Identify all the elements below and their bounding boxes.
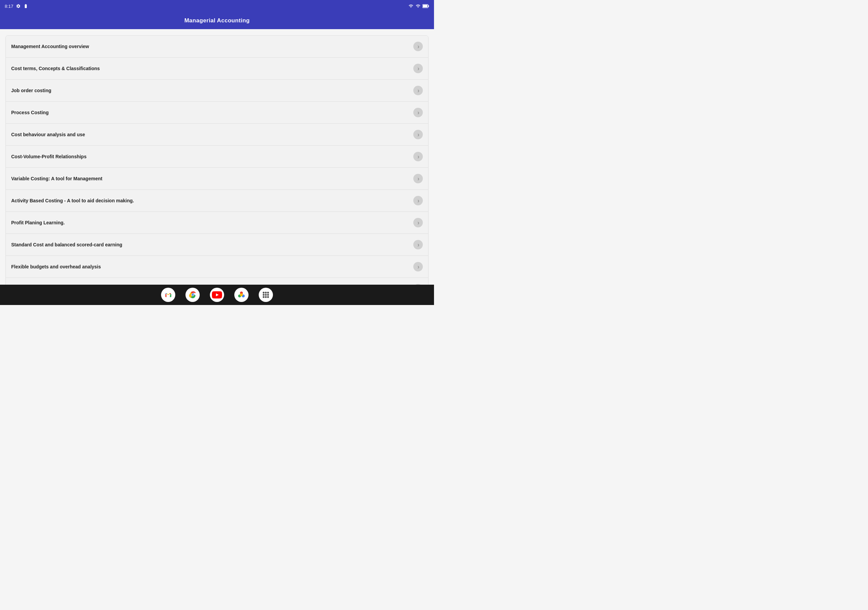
list-item[interactable]: Cost behaviour analysis and use	[6, 124, 428, 146]
chevron-right-icon	[413, 108, 423, 117]
menu-list: Management Accounting overviewCost terms…	[5, 35, 429, 285]
signal-icon	[416, 4, 420, 8]
chevron-right-icon	[413, 174, 423, 183]
list-item-label: Cost-Volume-Profit Relationships	[11, 154, 410, 159]
battery-icon	[423, 4, 429, 8]
chevron-right-icon	[413, 64, 423, 73]
list-item[interactable]: Activity Based Costing - A tool to aid d…	[6, 190, 428, 212]
chrome-app-icon[interactable]	[186, 288, 200, 302]
list-item[interactable]: Segment reporting and decentralization l…	[6, 278, 428, 285]
list-item[interactable]: Process Costing	[6, 102, 428, 124]
settings-icon	[16, 4, 21, 8]
svg-point-14	[263, 294, 265, 296]
svg-point-18	[265, 296, 267, 298]
list-item[interactable]: Management Accounting overview	[6, 36, 428, 57]
list-item[interactable]: Profit Planing Learning.	[6, 212, 428, 234]
photos-app-icon[interactable]	[234, 288, 248, 302]
list-item[interactable]: Cost-Volume-Profit Relationships	[6, 146, 428, 168]
list-item-label: Process Costing	[11, 110, 410, 115]
status-time: 8:17	[5, 4, 13, 9]
bottom-nav	[0, 285, 434, 305]
status-bar-right	[408, 4, 429, 8]
svg-point-15	[265, 294, 267, 296]
list-item[interactable]: Job order costing	[6, 80, 428, 102]
chevron-right-icon	[413, 196, 423, 205]
list-item[interactable]: Standard Cost and balanced scored-card e…	[6, 234, 428, 256]
list-item-label: Cost behaviour analysis and use	[11, 132, 410, 137]
wifi-icon	[408, 4, 414, 8]
svg-rect-2	[423, 5, 427, 8]
svg-point-13	[267, 292, 269, 294]
svg-rect-1	[428, 5, 429, 7]
status-bar-left: 8:17	[5, 4, 28, 9]
more-apps-icon[interactable]	[259, 288, 273, 302]
chevron-right-icon	[413, 218, 423, 228]
list-item-label: Activity Based Costing - A tool to aid d…	[11, 198, 410, 203]
list-item-label: Cost terms, Concepts & Classifications	[11, 66, 410, 71]
chevron-right-icon	[413, 42, 423, 51]
chevron-right-icon	[413, 86, 423, 95]
svg-point-12	[265, 292, 267, 294]
list-item-label: Variable Costing: A tool for Management	[11, 176, 410, 181]
svg-point-5	[192, 294, 193, 296]
chevron-right-icon	[413, 240, 423, 249]
list-item[interactable]: Flexible budgets and overhead analysis	[6, 256, 428, 278]
svg-point-17	[263, 296, 265, 298]
main-content: Management Accounting overviewCost terms…	[0, 29, 434, 285]
battery-small-icon	[23, 4, 28, 8]
chevron-right-icon	[413, 262, 423, 271]
gmail-app-icon[interactable]	[161, 288, 175, 302]
chevron-right-icon	[413, 152, 423, 161]
svg-point-19	[267, 296, 269, 298]
app-bar-title: Managerial Accounting	[184, 17, 250, 24]
list-item-label: Profit Planing Learning.	[11, 220, 410, 225]
list-item[interactable]: Cost terms, Concepts & Classifications	[6, 57, 428, 80]
svg-point-11	[263, 292, 265, 294]
list-item-label: Flexible budgets and overhead analysis	[11, 264, 410, 269]
youtube-app-icon[interactable]	[210, 288, 224, 302]
list-item[interactable]: Variable Costing: A tool for Management	[6, 168, 428, 190]
list-item-label: Management Accounting overview	[11, 44, 410, 49]
status-bar: 8:17	[0, 0, 434, 12]
list-item-label: Standard Cost and balanced scored-card e…	[11, 242, 410, 248]
app-bar: Managerial Accounting	[0, 12, 434, 29]
chevron-right-icon	[413, 130, 423, 139]
svg-point-16	[267, 294, 269, 296]
list-item-label: Job order costing	[11, 88, 410, 93]
svg-point-10	[240, 294, 243, 297]
